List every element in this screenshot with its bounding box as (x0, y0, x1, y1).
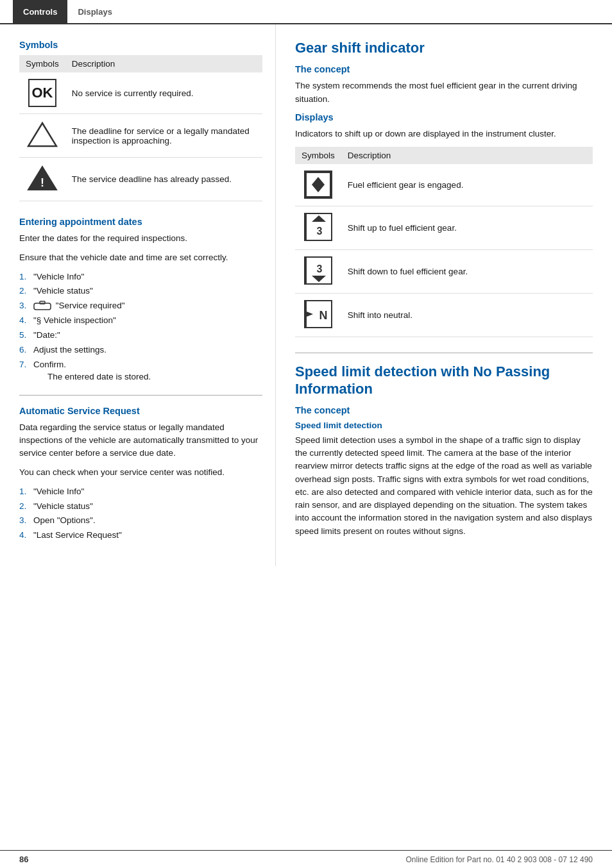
shift-down-shape: 3 (305, 256, 331, 285)
gear-concept-p: The system recommends the most fuel effi… (295, 79, 593, 106)
list-item: 3. "Service required" (19, 300, 262, 312)
speed-limit-sub-heading: Speed limit detection (295, 421, 593, 430)
list-text: Open "Options". (33, 515, 262, 527)
svg-marker-0 (28, 123, 56, 146)
divider2 (295, 353, 593, 353)
auto-p2: You can check when your service center w… (19, 466, 262, 479)
entering-p2: Ensure that the vehicle date and time ar… (19, 251, 262, 264)
entering-list: 1. "Vehicle Info" 2. "Vehicle status" 3.… (19, 271, 262, 383)
list-item: 4. "§ Vehicle inspection" (19, 315, 262, 327)
gear-sym-neutral: N (295, 294, 341, 337)
gear-col2-header: Description (341, 147, 593, 164)
diamond-shape (305, 172, 331, 197)
tab-displays-label: Displays (78, 7, 112, 17)
list-num: 1. (19, 271, 33, 283)
entering-heading: Entering appointment dates (19, 217, 262, 227)
list-sub: The entered date is stored. (47, 372, 151, 381)
list-item: 5. "Date:" (19, 330, 262, 342)
symbols-heading: Symbols (19, 40, 262, 50)
list-text: "Vehicle Info" (33, 486, 262, 498)
list-text: "Date:" (33, 330, 262, 342)
neutral-shape: N (305, 300, 331, 328)
symbol-triangle1-desc: The deadline for service or a legally ma… (65, 114, 262, 158)
displays-p: Indicators to shift up or down are displ… (295, 128, 593, 140)
table-row: 3 Shift down to fuel efficient gear. (295, 250, 593, 294)
page-number: 86 (19, 855, 28, 864)
list-text: "Vehicle Info" (33, 271, 262, 283)
svg-text:!: ! (40, 176, 44, 189)
gear-sym-down3: 3 (295, 250, 341, 294)
symbol-ok: OK (19, 72, 65, 114)
list-text: Adjust the settings. (33, 344, 262, 356)
list-num: 3. (19, 300, 33, 312)
gear-symbols-table: Symbols Description Fuel ef (295, 147, 593, 337)
list-text: Confirm. The entered date is stored. (33, 359, 262, 383)
triangle-warning-icon (27, 121, 58, 149)
list-num: 2. (19, 501, 33, 513)
table-row: The deadline for service or a legally ma… (19, 114, 262, 158)
gear-concept-heading: The concept (295, 64, 593, 74)
table-row: OK No service is currently required. (19, 72, 262, 114)
list-text: "Vehicle status" (33, 285, 262, 297)
svg-text:3: 3 (316, 263, 322, 274)
shift-up-shape: 3 (305, 213, 331, 241)
svg-marker-6 (312, 177, 325, 192)
gear-sym-diamond (295, 164, 341, 206)
service-required-icon (33, 301, 51, 312)
table-row: N Shift into neutral. (295, 294, 593, 337)
list-text: "Last Service Request" (33, 530, 262, 542)
gear-sym-down3-desc: Shift down to fuel efficient gear. (341, 250, 593, 294)
auto-list: 1. "Vehicle Info" 2. "Vehicle status" 3.… (19, 486, 262, 542)
list-num: 2. (19, 285, 33, 297)
speed-concept-heading: The concept (295, 405, 593, 415)
symbol-triangle2-desc: The service deadline has already passed. (65, 158, 262, 201)
list-item: 1. "Vehicle Info" (19, 486, 262, 498)
triangle-exclaim-icon: ! (27, 164, 58, 192)
svg-marker-8 (312, 215, 326, 222)
gear-sym-diamond-desc: Fuel efficient gear is engaged. (341, 164, 593, 206)
diamond-icon (304, 171, 332, 199)
list-text: "Service required" (33, 300, 262, 312)
list-item: 2. "Vehicle status" (19, 501, 262, 513)
right-column: Gear shift indicator The concept The sys… (276, 24, 612, 566)
svg-text:N: N (319, 309, 327, 322)
list-num: 4. (19, 530, 33, 542)
list-num: 5. (19, 330, 33, 342)
gear-col1-header: Symbols (295, 147, 341, 164)
svg-text:3: 3 (316, 226, 322, 237)
list-item: 1. "Vehicle Info" (19, 271, 262, 283)
ok-icon: OK (28, 79, 56, 107)
symbol-triangle2: ! (19, 158, 65, 201)
list-num: 3. (19, 515, 33, 527)
list-num: 4. (19, 315, 33, 327)
divider (19, 395, 262, 396)
left-column: Symbols Symbols Description OK No servic… (0, 24, 276, 566)
shift-down-icon: 3 (304, 256, 332, 285)
neutral-icon: N (304, 300, 332, 328)
list-item: 4. "Last Service Request" (19, 530, 262, 542)
list-text: "§ Vehicle inspection" (33, 315, 262, 327)
table-row: ! The service deadline has already passe… (19, 158, 262, 201)
page-header: Controls Displays (0, 0, 612, 24)
page-footer: 86 Online Edition for Part no. 01 40 2 9… (0, 850, 612, 868)
table-row: Fuel efficient gear is engaged. (295, 164, 593, 206)
symbols-col2-header: Description (65, 55, 262, 72)
auto-heading: Automatic Service Request (19, 406, 262, 416)
tab-controls-label: Controls (23, 7, 57, 17)
edition-text: Online Edition for Part no. 01 40 2 903 … (405, 855, 593, 864)
gear-sym-up3-desc: Shift up to fuel efficient gear. (341, 206, 593, 250)
tab-controls[interactable]: Controls (13, 0, 67, 23)
gear-shift-heading: Gear shift indicator (295, 40, 593, 56)
list-item: 6. Adjust the settings. (19, 344, 262, 356)
shift-up-icon: 3 (304, 213, 332, 241)
tab-displays[interactable]: Displays (67, 0, 122, 23)
speed-limit-p: Speed limit detection uses a symbol in t… (295, 434, 593, 538)
list-text: "Vehicle status" (33, 501, 262, 513)
gear-sym-up3: 3 (295, 206, 341, 250)
symbols-table: Symbols Description OK No service is cur… (19, 55, 262, 201)
entering-p1: Enter the dates for the required inspect… (19, 232, 262, 245)
list-item: 2. "Vehicle status" (19, 285, 262, 297)
svg-rect-4 (40, 301, 45, 304)
symbols-col1-header: Symbols (19, 55, 65, 72)
main-content: Symbols Symbols Description OK No servic… (0, 24, 612, 566)
